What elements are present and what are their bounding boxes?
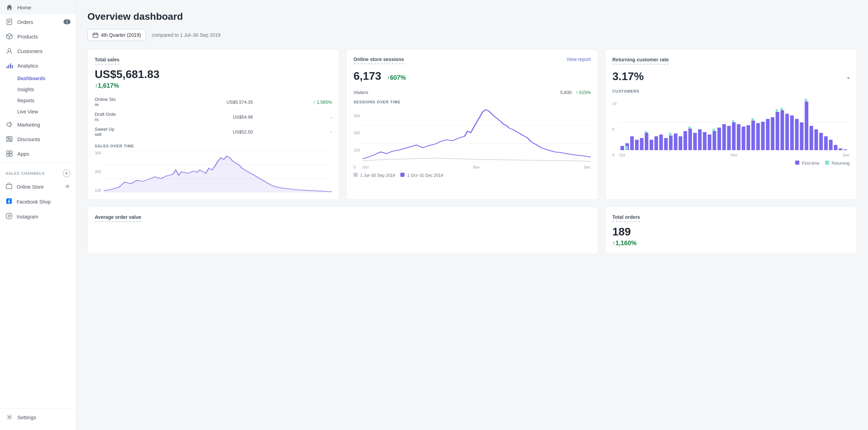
- svg-rect-18: [10, 151, 12, 153]
- legend-first-time: First-time: [795, 161, 819, 166]
- sub-row-sweet-upsell-label: Sweet Upsell: [95, 127, 174, 137]
- sub-row-draft-orders-label: Draft Orders: [95, 112, 174, 122]
- svg-point-25: [10, 214, 11, 215]
- svg-rect-80: [800, 122, 803, 150]
- sales-y-100: 100: [95, 188, 101, 192]
- sub-row-online-store-value: US$5,574.35: [174, 100, 253, 105]
- svg-line-6: [7, 35, 9, 36]
- legend-label-returning: Returning: [832, 161, 850, 166]
- sub-row-online-store: Online Store US$5,574.35 ↑ 1,585%: [95, 94, 332, 109]
- svg-rect-60: [703, 132, 706, 150]
- sidebar-item-home[interactable]: Home: [0, 0, 76, 15]
- svg-rect-23: [6, 213, 12, 219]
- sales-channels-title: SALES CHANNELS: [6, 171, 45, 175]
- sidebar-item-facebook-shop[interactable]: Facebook Shop: [0, 194, 76, 209]
- svg-point-24: [8, 215, 10, 217]
- eye-icon[interactable]: 👁: [65, 184, 70, 190]
- svg-rect-79: [795, 119, 799, 150]
- total-orders-value: 189: [612, 225, 850, 238]
- sidebar-item-orders[interactable]: Orders 1: [0, 15, 76, 29]
- sub-row-online-store-change: ↑ 1,585%: [253, 100, 332, 105]
- total-orders-card: Total orders 189 ↑1,160%: [605, 207, 857, 254]
- sessions-legend: 1 Jul–30 Sep 2019 1 Oct–31 Dec 2019: [354, 173, 591, 178]
- sidebar-item-marketing-label: Marketing: [17, 122, 40, 128]
- visitors-values: 5,830 ↑ 615%: [560, 90, 591, 95]
- returning-chart-container: 10 5 0: [612, 95, 850, 157]
- sessions-change: ↑607%: [387, 74, 406, 81]
- svg-rect-48: [645, 133, 648, 150]
- total-orders-change: ↑1,160%: [612, 240, 850, 247]
- customers-icon: [6, 47, 13, 55]
- svg-rect-71: [756, 123, 760, 150]
- sessions-x-oct: Oct: [363, 165, 368, 169]
- sidebar-sub-reports[interactable]: Reports: [0, 95, 76, 106]
- sidebar-item-online-store-label: Online Store: [17, 184, 44, 190]
- svg-rect-93: [688, 127, 691, 129]
- sidebar-sub-insights[interactable]: Insights: [0, 84, 76, 95]
- sidebar-sub-liveview[interactable]: Live View: [0, 106, 76, 117]
- svg-rect-76: [781, 110, 784, 150]
- svg-rect-64: [722, 124, 726, 150]
- svg-rect-75: [776, 112, 779, 150]
- legend-returning: Returning: [825, 161, 850, 166]
- avg-order-label: Average order value: [95, 214, 141, 222]
- svg-rect-21: [6, 184, 12, 189]
- svg-rect-70: [751, 121, 755, 150]
- svg-rect-72: [761, 122, 765, 150]
- svg-rect-56: [683, 131, 687, 150]
- apps-icon: [6, 150, 13, 157]
- view-report-link[interactable]: View report: [566, 57, 591, 62]
- facebook-icon: [6, 198, 12, 206]
- sidebar-item-products[interactable]: Products: [0, 29, 76, 44]
- sidebar-item-customers[interactable]: Customers: [0, 44, 76, 58]
- returning-x-nov: Nov: [731, 153, 738, 157]
- svg-rect-19: [7, 154, 9, 156]
- sidebar-sub-insights-label: Insights: [17, 87, 34, 92]
- svg-rect-91: [645, 131, 647, 133]
- returning-customer-card: Returning customer rate 3.17% - CUSTOMER…: [605, 49, 857, 200]
- svg-rect-49: [650, 140, 653, 150]
- legend-label-first-time: First-time: [802, 161, 819, 166]
- sessions-y-200: 200: [354, 131, 360, 135]
- svg-rect-66: [732, 122, 735, 150]
- total-sales-label: Total sales: [95, 57, 119, 64]
- legend-dot-first-time: [795, 161, 799, 165]
- returning-x-oct: Oct: [619, 153, 625, 157]
- sidebar-item-settings[interactable]: Settings: [0, 410, 76, 424]
- sub-row-draft-orders-value: US$54.98: [174, 114, 253, 120]
- sidebar-sub-dashboards[interactable]: Dashboards: [0, 73, 76, 84]
- svg-rect-65: [727, 126, 731, 150]
- sales-y-300: 300: [95, 151, 101, 155]
- sidebar-item-apps-label: Apps: [17, 151, 29, 157]
- sessions-chart-container: 300 200 100 0: [354, 107, 591, 169]
- sidebar-item-discounts[interactable]: Discounts: [0, 132, 76, 146]
- sales-channels-section: SALES CHANNELS +: [0, 164, 76, 179]
- visitors-label: Visitors: [354, 90, 368, 95]
- svg-rect-55: [679, 136, 682, 150]
- sidebar-item-analytics[interactable]: Analytics: [0, 58, 76, 73]
- sidebar-item-instagram[interactable]: Instagram: [0, 209, 76, 224]
- sidebar-item-marketing[interactable]: Marketing: [0, 117, 76, 132]
- sidebar-sub-dashboards-label: Dashboards: [17, 76, 45, 81]
- svg-marker-35: [104, 156, 332, 192]
- svg-rect-73: [766, 119, 769, 150]
- svg-rect-53: [669, 136, 672, 150]
- returning-y-0: 0: [612, 153, 616, 157]
- sidebar-item-orders-label: Orders: [17, 19, 33, 25]
- sidebar: Home Orders 1 Products: [0, 0, 76, 430]
- returning-y-5: 5: [612, 127, 616, 131]
- add-channel-button[interactable]: +: [63, 170, 70, 177]
- sidebar-item-online-store[interactable]: Online Store 👁: [0, 179, 76, 194]
- sales-svg-chart: [104, 151, 332, 192]
- total-sales-card: Total sales US$5,681.83 ↑1,617% Online S…: [87, 49, 339, 200]
- sessions-x-nov: Nov: [473, 165, 480, 169]
- total-orders-label: Total orders: [612, 214, 640, 222]
- date-range-button[interactable]: 4th Quarter (2019): [87, 29, 146, 41]
- svg-rect-50: [655, 136, 658, 150]
- legend-dot-prev: [354, 173, 358, 177]
- svg-rect-63: [717, 128, 721, 150]
- sidebar-item-apps[interactable]: Apps: [0, 146, 76, 161]
- page-title: Overview dashboard: [87, 11, 857, 22]
- sessions-header-row: Online store sessions View report: [354, 57, 591, 66]
- sidebar-item-home-label: Home: [17, 5, 31, 10]
